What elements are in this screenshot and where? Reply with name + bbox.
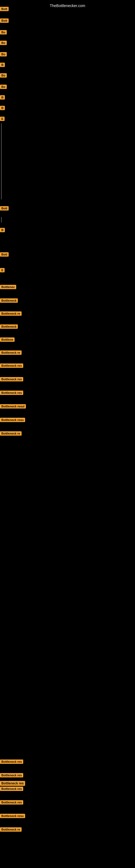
badge-31: Bottleneck res [0,800,23,805]
badge-22: Bottleneck res [0,364,23,368]
badge-26: Bottleneck resu [0,418,25,422]
badge-6: B [0,63,5,67]
badge-12: Bott [0,206,9,211]
badge-28: Bottleneck res [0,760,23,764]
badge-8: Bo [0,85,7,89]
badge-16: Bottlenec [0,285,16,289]
badge-32: Bottleneck resu [0,814,25,818]
badge-1: Bott [0,7,9,11]
badge-29: Bottleneck res [0,773,23,777]
vertical-line-2 [1,217,2,222]
badge-30: Bottleneck res [0,786,23,791]
badge-10: B [0,106,5,110]
badge-19: Bottleneck [0,324,18,329]
badge-23: Bottleneck res [0,377,23,381]
site-title: TheBottlenecker.com [50,1,85,10]
badge-33: Bottleneck re [0,827,21,832]
badge-21: Bottleneck re [0,350,21,355]
badge-2: Bott [0,19,9,23]
badge-13: B [0,228,5,232]
badge-27: Bottleneck re [0,431,21,436]
vertical-line-1 [1,123,2,199]
badge-17: Bottleneck [0,299,18,303]
badge-15: E [0,268,5,272]
badge-3: Bo [0,30,7,34]
badge-9: B [0,95,5,99]
badge-11: E [0,117,5,121]
badge-7: Bo [0,73,7,78]
badge-4: Bo [0,41,7,45]
badge-5: Bo [0,52,7,56]
badge-24: Bottleneck res [0,391,23,395]
bottleneck-res-label: Bottleneck res [0,781,25,786]
badge-25: Bottleneck resul [0,404,26,408]
badge-20: Bottlene [0,337,14,342]
badge-14: Bott [0,252,9,257]
badge-18: Bottleneck re [0,311,21,316]
